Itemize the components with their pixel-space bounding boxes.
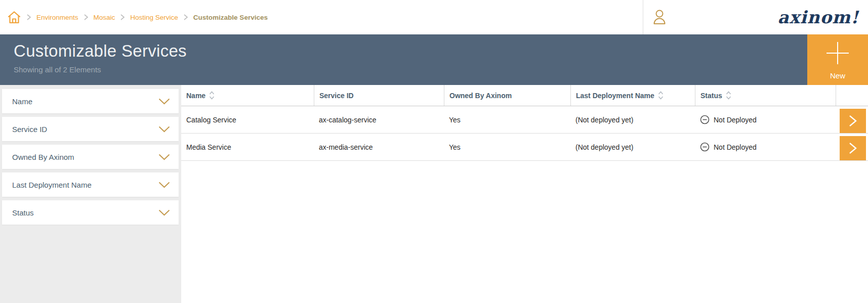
table-row-catalog-service[interactable]: Catalog Service ax-catalog-service Yes (… (181, 106, 868, 134)
cell-service-id: ax-media-service (314, 143, 444, 151)
table-row-media-service[interactable]: Media Service ax-media-service Yes (Not … (181, 134, 868, 161)
cell-last-deployment-name: (Not deployed yet) (570, 143, 695, 151)
content: Name Service ID Owned By Axinom Last Dep… (0, 85, 868, 303)
filter-sidebar: Name Service ID Owned By Axinom Last Dep… (0, 85, 181, 303)
breadcrumb-item-environments[interactable]: Environments (36, 14, 78, 21)
breadcrumb-separator-icon (26, 14, 31, 21)
plus-icon (825, 40, 850, 67)
new-button[interactable]: New (807, 34, 868, 85)
filter-label: Status (12, 208, 34, 217)
breadcrumb-item-hosting-service[interactable]: Hosting Service (130, 14, 178, 21)
column-label: Name (186, 92, 205, 100)
cell-status: Not Deployed (695, 115, 836, 124)
breadcrumb-item-current: Customizable Services (193, 14, 268, 21)
cell-name: Media Service (181, 143, 314, 151)
column-label: Last Deployment Name (576, 92, 654, 100)
new-button-label: New (830, 71, 845, 80)
user-icon[interactable] (643, 8, 669, 26)
minus-circle-icon (700, 115, 710, 124)
topbar-right: axinom! (643, 0, 868, 34)
column-header-service-id: Service ID (314, 85, 444, 106)
filter-label: Name (12, 97, 32, 106)
page-title: Customizable Services (14, 41, 187, 61)
sort-icon (209, 91, 215, 100)
services-table: Name Service ID Owned By Axinom Last Dep… (181, 85, 868, 303)
table-header: Name Service ID Owned By Axinom Last Dep… (181, 85, 868, 106)
column-header-status[interactable]: Status (695, 85, 836, 106)
cell-name: Catalog Service (181, 116, 314, 124)
chevron-down-icon (158, 98, 170, 105)
chevron-down-icon (158, 154, 170, 160)
chevron-down-icon (158, 182, 170, 188)
axinom-logo: axinom! (777, 7, 868, 27)
column-label: Owned By Axinom (449, 92, 512, 100)
result-count: Showing all of 2 Elements (14, 65, 187, 74)
column-header-last-deployment-name[interactable]: Last Deployment Name (570, 85, 695, 106)
cell-last-deployment-name: (Not deployed yet) (570, 116, 695, 124)
minus-circle-icon (700, 142, 710, 152)
open-row-button[interactable] (840, 109, 866, 133)
open-row-button[interactable] (840, 136, 866, 160)
breadcrumb-separator-icon (183, 14, 188, 21)
sort-icon (726, 91, 731, 100)
chevron-down-icon (158, 209, 170, 216)
column-label: Status (700, 92, 722, 100)
filter-label: Last Deployment Name (12, 181, 92, 189)
cell-service-id: ax-catalog-service (314, 116, 444, 124)
page-header: Customizable Services Showing all of 2 E… (0, 34, 868, 85)
filter-label: Service ID (12, 125, 47, 134)
column-label: Service ID (319, 92, 354, 100)
filter-service-id[interactable]: Service ID (2, 117, 179, 141)
filter-name[interactable]: Name (2, 89, 179, 113)
column-header-owned-by-axinom: Owned By Axinom (444, 85, 570, 106)
filter-last-deployment-name[interactable]: Last Deployment Name (2, 172, 179, 197)
filter-status[interactable]: Status (2, 200, 179, 225)
top-bar: Environments Mosaic Hosting Service Cust… (0, 0, 868, 34)
status-label: Not Deployed (714, 116, 757, 124)
sort-icon (658, 91, 664, 100)
cell-status: Not Deployed (695, 142, 836, 152)
app-root: Environments Mosaic Hosting Service Cust… (0, 0, 868, 303)
breadcrumb-separator-icon (84, 14, 89, 21)
page-titles: Customizable Services Showing all of 2 E… (0, 34, 187, 85)
home-icon[interactable] (7, 10, 21, 24)
chevron-down-icon (158, 126, 170, 133)
column-header-name[interactable]: Name (181, 85, 314, 106)
breadcrumb-separator-icon (120, 14, 125, 21)
filter-label: Owned By Axinom (12, 153, 74, 161)
cell-owned-by-axinom: Yes (444, 116, 570, 124)
status-label: Not Deployed (714, 143, 757, 151)
cell-owned-by-axinom: Yes (444, 143, 570, 151)
breadcrumb: Environments Mosaic Hosting Service Cust… (0, 0, 268, 34)
breadcrumb-item-mosaic[interactable]: Mosaic (94, 14, 115, 21)
filter-owned-by-axinom[interactable]: Owned By Axinom (2, 145, 179, 169)
